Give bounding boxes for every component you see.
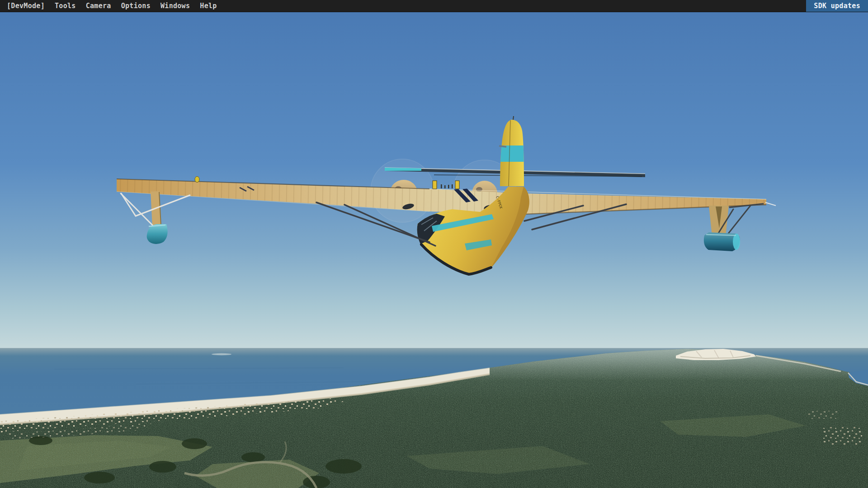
menu-item-devmode[interactable]: [DevMode]	[0, 0, 50, 12]
menu-item-help[interactable]: Help	[195, 0, 222, 12]
distant-sandbar	[212, 353, 231, 355]
menu-item-camera[interactable]: Camera	[81, 0, 116, 12]
sdk-updates-button[interactable]: SDK updates	[806, 0, 868, 12]
devmode-menu-bar: [DevMode] Tools Camera Options Windows H…	[0, 0, 868, 12]
sim-viewport[interactable]: C-FPCK	[0, 12, 868, 488]
wing-beacon	[195, 177, 199, 183]
fin-teal-band	[497, 145, 526, 162]
menu-item-options[interactable]: Options	[116, 0, 156, 12]
menu-item-tools[interactable]: Tools	[50, 0, 81, 12]
menu-item-windows[interactable]: Windows	[156, 0, 195, 12]
